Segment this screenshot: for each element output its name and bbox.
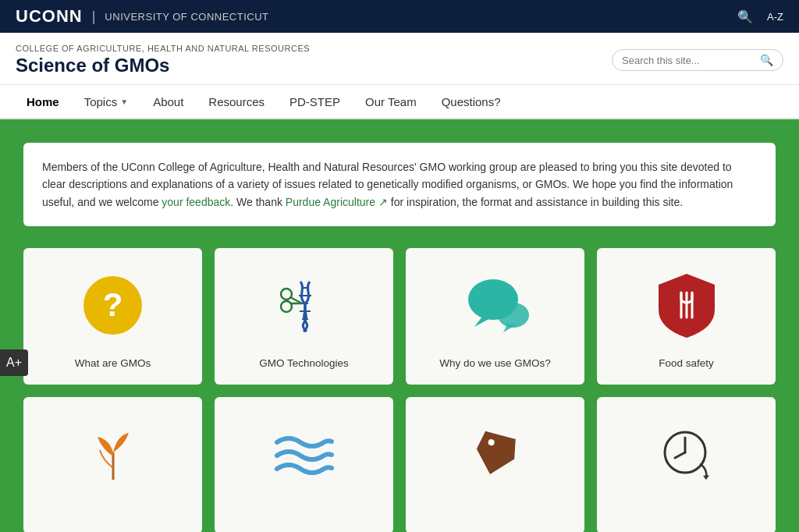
search-icon: 🔍 [760,54,773,66]
accessibility-label: A+ [6,356,22,369]
university-name: UNIVERSITY OF CONNECTICUT [105,11,268,23]
card-why-gmos[interactable]: Why do we use GMOs? [406,248,584,385]
card-tag[interactable] [406,397,584,532]
card-icon-shield [609,270,763,340]
dropdown-arrow: ▼ [120,98,128,106]
nav-resources[interactable]: Resources [197,87,275,116]
nav-pdstep[interactable]: PD-STEP [279,87,351,116]
nav-home[interactable]: Home [16,87,70,116]
card-icon-water [227,419,381,489]
divider: | [92,9,96,25]
card-icon-tag [418,419,572,489]
site-header: COLLEGE OF AGRICULTURE, HEALTH AND NATUR… [0,33,799,85]
card-icon-plant [36,419,190,489]
intro-text-after: for inspiration, the format and assistan… [388,196,683,208]
card-gmo-technologies[interactable]: GMO Technologies [215,248,393,385]
card-icon-question: ? [36,270,190,340]
shield-fork-icon [655,271,718,339]
chat-bubbles-icon [460,276,531,335]
nav-topics[interactable]: Topics ▼ [73,87,139,116]
site-header-left: COLLEGE OF AGRICULTURE, HEALTH AND NATUR… [16,44,310,76]
dna-scissors-icon [271,272,337,339]
svg-point-11 [498,303,529,328]
site-title: Science of GMOs [16,55,310,76]
card-history[interactable] [597,397,776,532]
card-icon-history [609,419,763,489]
feedback-link[interactable]: your feedback [162,196,230,208]
purdue-link[interactable]: Purdue Agriculture ↗ [286,196,388,208]
intro-text-between: . We thank [230,196,286,208]
card-icon-dna [227,270,381,340]
top-bar-right: 🔍 A-Z [737,9,783,24]
water-waves-icon [273,431,336,477]
cards-grid-row1: ? What are GMOs [23,248,776,385]
college-label: COLLEGE OF AGRICULTURE, HEALTH AND NATUR… [16,44,310,53]
top-bar-left: UCONN | UNIVERSITY OF CONNECTICUT [16,6,269,27]
history-clock-icon [659,427,714,481]
top-bar: UCONN | UNIVERSITY OF CONNECTICUT 🔍 A-Z [0,0,799,33]
card-plant[interactable] [23,397,202,532]
card-what-are-gmos[interactable]: ? What are GMOs [23,248,202,385]
card-label-why-gmos: Why do we use GMOs? [439,357,551,369]
card-label-gmo-technologies: GMO Technologies [259,357,349,369]
main-content: Members of the UConn College of Agricult… [0,119,799,532]
card-food-safety[interactable]: Food safety [597,248,776,385]
card-water[interactable] [215,397,393,532]
card-label-what-are-gmos: What are GMOs [75,357,151,369]
plant-icon [86,425,140,484]
az-link[interactable]: A-Z [767,11,783,23]
intro-box: Members of the UConn College of Agricult… [23,143,776,226]
nav-about[interactable]: About [142,87,194,116]
nav-our-team[interactable]: Our Team [354,87,428,116]
card-icon-chat [418,270,572,340]
search-input[interactable] [622,55,760,66]
cards-grid-row2 [23,397,776,532]
tag-icon [468,427,523,481]
site-nav: Home Topics ▼ About Resources PD-STEP Ou… [0,85,799,119]
svg-point-6 [281,301,292,312]
question-circle-icon: ? [83,276,142,335]
search-icon[interactable]: 🔍 [737,9,753,24]
svg-marker-23 [703,475,709,480]
nav-questions[interactable]: Questions? [431,87,512,116]
accessibility-button[interactable]: A+ [0,349,28,376]
svg-line-22 [675,452,685,458]
card-label-food-safety: Food safety [659,357,714,369]
search-box[interactable]: 🔍 [612,49,783,71]
uconn-logo: UCONN [16,6,83,27]
